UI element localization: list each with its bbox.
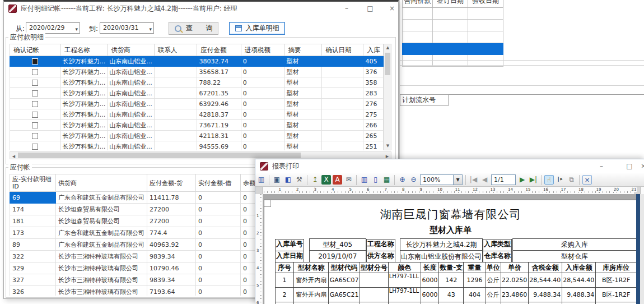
first-page-icon[interactable]: |◀ [469,175,478,185]
toolbar-separator [307,175,307,185]
book-icon[interactable]: ◧ [283,175,293,185]
next-page-icon[interactable]: ▶ [517,175,527,185]
prev-page-icon[interactable]: ◀ [480,175,489,185]
scroll-down-icon[interactable]: ▼ [384,142,391,150]
column-header: 重量 [464,262,486,273]
tools-icon[interactable]: ⚒ [295,175,304,185]
table-row[interactable]: 89广东合和建筑五金制品有限公司40963.9200 [10,239,286,251]
close-button[interactable]: × [384,4,400,13]
page-setup-icon[interactable]: ▯ [371,175,380,185]
chevron-down-icon[interactable]: ▾ [75,24,78,34]
zoom-in-icon[interactable]: ⊕ [398,175,407,185]
detail-table-hscrollbar[interactable]: ◀ ▶ [10,151,391,159]
report-window-titlebar[interactable]: 报表打印 – □ × [255,159,644,173]
column-header: 单价 [501,262,529,273]
table-row[interactable]: 69广东合和建筑五金制品有限公司11411.7800 [10,192,286,204]
inbound-detail-button[interactable]: 入库单明细 [229,22,285,35]
zoom-out-icon[interactable]: ⊖ [409,175,418,185]
excel-export-icon[interactable]: X [321,175,331,185]
table-row[interactable]: 173广东合和建筑五金制品有限公司774.400 [10,227,286,239]
table-row[interactable]: 长沙万科魅力...山东南山铝业...73671.190型材266 [10,120,384,131]
table-cell: 型材 [284,77,322,88]
text-select-icon[interactable]: I‣ [556,175,565,185]
minimize-button[interactable]: – [593,162,610,171]
table-row[interactable]: 322长沙市三湘特种玻璃有限公司9839.3400 [10,251,286,262]
confirm-cell [10,67,61,77]
table-row[interactable]: 长沙万科魅力...山东南山铝业...63929.460型材276 [10,99,384,109]
mail-icon[interactable]: ✉ [344,175,353,185]
maximize-button[interactable]: □ [362,4,379,13]
table-row[interactable] [403,43,503,55]
confirm-checkbox[interactable] [32,144,38,150]
hscroll-thumb[interactable] [18,153,301,158]
table-row[interactable]: 长沙万科魅力...山东南山铝业...38032.740型材405 [10,56,384,67]
table-row[interactable]: 327长沙市三湘特种玻璃有限公司9839.3400 [10,274,286,286]
close-button[interactable]: × [635,162,644,171]
close-preview-icon[interactable]: × [582,175,592,185]
chevron-down-icon[interactable]: ▼ [453,175,462,185]
column-header: 实付金额-借 [196,174,241,192]
table-cell [322,77,363,88]
table-row[interactable]: 长沙万科魅力...山东南山铝业...788.220型材358 [10,77,384,88]
page-indicator-field[interactable]: 1/1 [491,174,516,185]
table-row[interactable]: 长沙万科魅力...山东南山铝业...94555.690型材251 [10,141,384,151]
preview-scrollbar[interactable] [640,194,644,304]
hand-tool-icon[interactable]: ☝ [544,175,554,185]
ruler-number: 9 [419,187,423,192]
table-cell: 长沙万科魅力... [60,99,108,109]
from-date-combo[interactable]: 2020/02/29 ▾ [26,22,80,34]
scroll-left-icon[interactable]: ◀ [10,153,17,160]
confirm-checkbox[interactable] [32,122,38,128]
table-cell: 275 [363,109,384,120]
table-cell [468,20,503,31]
table-row[interactable] [403,8,503,20]
scroll-up-icon[interactable]: ▲ [384,44,391,52]
report-info-table: 入库单号型材_405工程名称长沙万科魅力之城4.2期入库类型采购入库入库日期20… [275,238,637,262]
table-cell: 型材 [284,109,322,120]
table-row[interactable]: 长沙万科魅力...山东南山铝业...42118.310型材265 [10,131,384,141]
table-cell [433,8,468,20]
table-row[interactable]: 329长沙市三湘特种玻璃有限公司10790.4600 [10,262,286,274]
table-row[interactable]: 174长沙坦森贸易有限公司2720000 [10,204,286,215]
confirm-checkbox[interactable] [32,133,38,139]
form-title: 型材入库单 [264,225,637,236]
export-icon[interactable]: ↥ [310,175,320,185]
grid-icon[interactable]: ▦ [382,175,391,185]
table-row[interactable]: 326长沙市三湘特种玻璃有限公司7193.6400 [10,286,286,296]
table-row[interactable]: 长沙万科魅力...山东南山铝业...67201.350型材283 [10,88,384,99]
ruler-number: 13 [490,187,496,192]
table-row[interactable]: 长沙万科魅力...山东南山铝业...42818.370型材275 [10,109,384,120]
confirm-checkbox[interactable] [32,58,38,65]
copy-icon[interactable]: ⧉ [567,175,576,185]
preview-icon[interactable]: ▥ [256,175,266,185]
table-cell [154,109,197,120]
table-cell: 27200 [147,215,196,227]
table-row[interactable] [403,20,503,31]
vscroll-thumb[interactable] [385,53,390,75]
table-row[interactable]: 长沙万科魅力...山东南山铝业...35658.170型材376 [10,67,384,77]
print-preview-pane[interactable]: 湖南巨晟门窗幕墙有限公司 型材入库单 入库单号型材_405工程名称长沙万科魅力之… [255,194,644,304]
detail-table-vscrollbar[interactable]: ▲ ▼ [384,44,391,150]
pdf-export-icon[interactable]: A [333,175,342,185]
last-page-icon[interactable]: ▶| [529,175,538,185]
to-date-combo[interactable]: 2020/03/31 ▾ [100,22,154,34]
table-row[interactable] [403,31,503,43]
confirm-checkbox[interactable] [32,90,38,96]
confirm-checkbox[interactable] [32,101,38,107]
zoom-level-value: 100% [423,176,440,183]
payable-detail-table-wrap: 确认记帐工程名称供货商联系人应付金额进项税额摘要确认日期入库 长沙万科魅力...… [10,44,384,150]
print-icon[interactable]: ▣ [272,175,282,185]
table-row[interactable]: 181长沙坦森贸易有限公司2720000 [10,215,286,227]
zoom-level-combo[interactable]: 100%▼ [420,174,463,185]
table-cell: 长沙万科魅力... [60,77,108,88]
query-button[interactable]: 查 询 [169,22,218,35]
table-cell: 11411.78 [147,192,196,204]
confirm-checkbox[interactable] [32,69,38,75]
split-page-icon[interactable]: ▥ [360,175,369,185]
confirm-checkbox[interactable] [32,112,38,118]
chevron-down-icon[interactable]: ▾ [149,24,152,34]
confirm-checkbox[interactable] [32,80,38,86]
column-header: 型材分号 [360,262,388,273]
payable-window-titlebar[interactable]: 应付明细记帐------当前工程: 长沙万科魅力之城4.2期------当前用户… [4,2,398,16]
minimize-button[interactable]: – [338,4,355,13]
